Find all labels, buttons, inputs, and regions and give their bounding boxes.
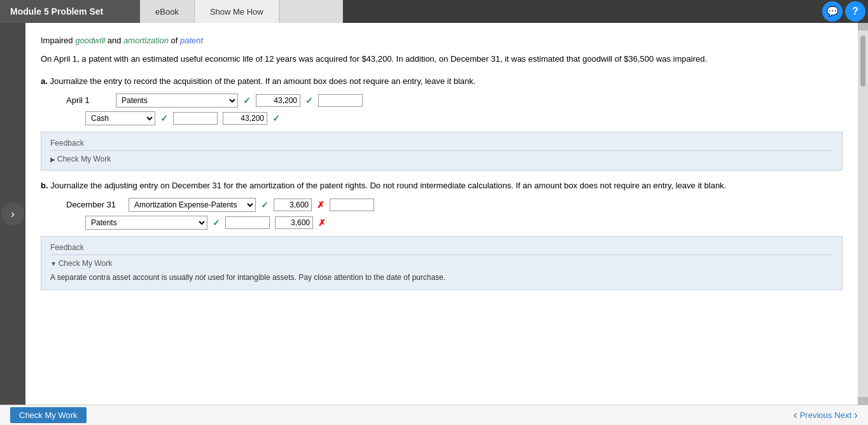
feedback-b-box: Feedback Check My Work A separate contra… [41, 236, 843, 290]
nav-buttons: ‹ Previous Next › [794, 408, 858, 422]
part-b-letter: b. [41, 181, 48, 190]
check-my-work-a-text: Check My Work [57, 155, 111, 164]
part-b-instruction: Journalize the adjusting entry on Decemb… [50, 181, 726, 190]
part-a-letter: a. [41, 76, 48, 86]
problem-description-text: On April 1, a patent with an estimated u… [41, 54, 707, 64]
journal-a-credit2[interactable] [223, 112, 267, 125]
journal-b-check1: ✓ [261, 200, 269, 210]
show-me-how-label: Show Me How [210, 7, 263, 17]
journal-b-section: December 31 Amortization Expense-Patents… [66, 198, 843, 230]
journal-a-account1-select[interactable]: Patents Cash Amortization Expense-Patent… [116, 94, 238, 108]
journal-a-account2-select[interactable]: Cash Patents [85, 111, 155, 125]
part-a-instruction: Journalize the entry to record the acqui… [50, 76, 475, 86]
feedback-b-label: Feedback [50, 243, 833, 252]
journal-a-check3: ✓ [160, 113, 168, 123]
journal-b-date: December 31 [66, 200, 123, 209]
journal-b-credit2[interactable] [275, 216, 313, 229]
journal-a-debit2[interactable] [173, 112, 218, 125]
next-chevron-icon: › [854, 408, 858, 422]
part-b-label: b. Journalize the adjusting entry on Dec… [41, 181, 843, 190]
journal-a-section: April 1 Patents Cash Amortization Expens… [66, 94, 843, 125]
feedback-note-italic: not [195, 273, 206, 282]
feedback-a-box: Feedback Check My Work [41, 132, 843, 171]
feedback-a-label: Feedback [50, 139, 833, 148]
journal-a-row1: April 1 Patents Cash Amortization Expens… [66, 94, 843, 108]
content-area: Impaired goodwill and amortization of pa… [25, 23, 858, 405]
journal-a-debit1[interactable] [256, 94, 300, 107]
scrollbar-thumb[interactable] [860, 36, 865, 87]
nav-arrow-area: › [0, 23, 25, 405]
check-my-work-a[interactable]: Check My Work [50, 155, 833, 164]
journal-b-account1-select[interactable]: Amortization Expense-Patents Patents Cas… [129, 198, 256, 212]
journal-b-row2: Patents Cash Amortization Expense-Patent… [85, 216, 843, 230]
expand-arrow-button[interactable]: › [1, 202, 24, 225]
journal-b-debit1[interactable] [274, 199, 312, 211]
triangle-right-a [50, 155, 57, 164]
journal-a-check4: ✓ [272, 113, 280, 123]
problem-description: On April 1, a patent with an estimated u… [41, 53, 843, 66]
problem-title: Impaired goodwill and amortization of pa… [41, 36, 843, 45]
title-patent: patent [180, 36, 203, 45]
journal-a-row2: Cash Patents ✓ ✓ [85, 111, 843, 125]
journal-a-credit1[interactable] [318, 94, 363, 107]
journal-b-credit1[interactable] [330, 199, 374, 211]
feedback-note-suffix: used for intangible assets. Pay close at… [208, 273, 446, 282]
ebook-tab[interactable]: eBook [140, 0, 195, 23]
previous-chevron-icon: ‹ [794, 408, 797, 422]
journal-a-check1: ✓ [243, 95, 251, 106]
top-bar: Module 5 Problem Set eBook Show Me How 💬… [0, 0, 868, 23]
module-title: Module 5 Problem Set [0, 0, 140, 23]
journal-b-row1: December 31 Amortization Expense-Patents… [66, 198, 843, 212]
triangle-down-b [50, 259, 59, 268]
journal-b-x1: ✗ [317, 200, 325, 210]
help-icons-area: 💬 ? [822, 1, 868, 22]
main-layout: › Impaired goodwill and amortization of … [0, 23, 868, 405]
empty-tab[interactable] [279, 0, 343, 23]
title-amortization: amortization [123, 36, 169, 45]
scrollbar[interactable] [858, 23, 868, 405]
feedback-note-prefix: A separate contra asset account is usual… [50, 273, 193, 282]
module-title-text: Module 5 Problem Set [10, 6, 103, 17]
title-goodwill: goodwill [75, 36, 105, 45]
show-me-how-tab[interactable]: Show Me How [195, 0, 279, 23]
journal-a-check2: ✓ [305, 95, 313, 106]
check-btn-label: Check My Work [19, 410, 78, 420]
title-of: of [171, 36, 180, 45]
help-icon[interactable]: ? [845, 1, 865, 22]
check-my-work-b-text: Check My Work [59, 259, 112, 268]
chat-icon[interactable]: 💬 [822, 1, 843, 22]
journal-a-date: April 1 [66, 95, 111, 105]
bottom-bar: Check My Work ‹ Previous Next › [0, 405, 868, 425]
journal-b-check2: ✓ [213, 218, 220, 228]
journal-b-x2: ✗ [318, 218, 326, 228]
feedback-b-note: A separate contra asset account is usual… [50, 272, 833, 283]
title-prefix: Impaired [41, 36, 75, 45]
title-and: and [108, 36, 123, 45]
journal-b-account2-select[interactable]: Patents Cash Amortization Expense-Patent… [85, 216, 207, 230]
next-button[interactable]: Next [834, 410, 851, 420]
check-my-work-button[interactable]: Check My Work [10, 407, 87, 423]
part-a-label: a. Journalize the entry to record the ac… [41, 76, 843, 86]
previous-button[interactable]: Previous [800, 410, 832, 420]
next-label: Next [834, 410, 851, 420]
check-my-work-b[interactable]: Check My Work [50, 259, 833, 268]
ebook-tab-label: eBook [155, 7, 179, 17]
journal-b-debit2[interactable] [225, 216, 270, 229]
previous-label: Previous [800, 410, 832, 420]
